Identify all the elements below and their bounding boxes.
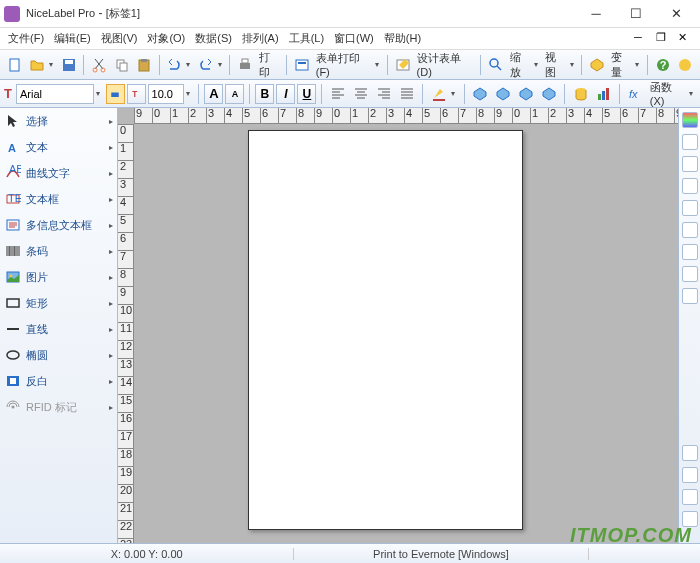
tool-ellipse[interactable]: 椭圆▸ bbox=[0, 342, 117, 368]
menu-arrange[interactable]: 排列(A) bbox=[238, 29, 283, 48]
menu-data[interactable]: 数据(S) bbox=[191, 29, 236, 48]
align-left-button[interactable] bbox=[327, 83, 348, 105]
font-name-input[interactable]: Arial bbox=[16, 84, 94, 104]
info-icon[interactable] bbox=[675, 54, 697, 76]
font-size-input[interactable]: 10.0 bbox=[148, 84, 184, 104]
redo-dropdown[interactable]: ▾ bbox=[218, 60, 226, 69]
italic-button[interactable]: I bbox=[276, 84, 295, 104]
svg-rect-8 bbox=[141, 59, 147, 62]
underline-button[interactable]: U bbox=[297, 84, 316, 104]
undo-dropdown[interactable]: ▾ bbox=[186, 60, 194, 69]
menu-help[interactable]: 帮助(H) bbox=[380, 29, 425, 48]
menu-view[interactable]: 视图(V) bbox=[97, 29, 142, 48]
layer3-tool-icon[interactable] bbox=[682, 489, 698, 505]
box2-button[interactable] bbox=[492, 83, 513, 105]
maximize-button[interactable]: ☐ bbox=[616, 2, 656, 26]
box1-button[interactable] bbox=[469, 83, 490, 105]
menu-window[interactable]: 窗口(W) bbox=[330, 29, 378, 48]
var-dropdown[interactable]: ▾ bbox=[635, 60, 643, 69]
dist2-tool-icon[interactable] bbox=[682, 288, 698, 304]
align5-tool-icon[interactable] bbox=[682, 222, 698, 238]
var-button[interactable]: 变量 bbox=[609, 50, 634, 80]
align2-tool-icon[interactable] bbox=[682, 156, 698, 172]
printer-font-button[interactable] bbox=[106, 84, 125, 104]
view-dropdown[interactable]: ▾ bbox=[570, 60, 578, 69]
print-icon[interactable] bbox=[234, 54, 256, 76]
help-icon[interactable]: ? bbox=[652, 54, 674, 76]
bold-button[interactable]: B bbox=[255, 84, 274, 104]
tool-multi[interactable]: 多信息文本框▸ bbox=[0, 212, 117, 238]
align3-tool-icon[interactable] bbox=[682, 178, 698, 194]
zoom-button[interactable]: 缩放 bbox=[508, 50, 533, 80]
menu-file[interactable]: 文件(F) bbox=[4, 29, 48, 48]
paste-button[interactable] bbox=[133, 54, 155, 76]
mdi-close-icon[interactable]: ✕ bbox=[678, 31, 694, 47]
tool-label: 条码 bbox=[26, 244, 48, 259]
text-tool-icon: T bbox=[4, 86, 12, 101]
canvas-area[interactable]: 9012345678901234567890123456789012 01234… bbox=[118, 108, 678, 543]
cut-button[interactable] bbox=[88, 54, 110, 76]
open-dropdown[interactable]: ▾ bbox=[49, 60, 57, 69]
close-button[interactable]: ✕ bbox=[656, 2, 696, 26]
layer1-tool-icon[interactable] bbox=[682, 445, 698, 461]
color-button[interactable] bbox=[428, 83, 449, 105]
svg-rect-18 bbox=[111, 92, 119, 97]
align6-tool-icon[interactable] bbox=[682, 244, 698, 260]
color-tool-icon[interactable] bbox=[682, 112, 698, 128]
tool-barcode[interactable]: 条码▸ bbox=[0, 238, 117, 264]
undo-button[interactable] bbox=[164, 54, 186, 76]
zoom-icon[interactable] bbox=[485, 54, 507, 76]
tool-curve[interactable]: ABC曲线文字▸ bbox=[0, 160, 117, 186]
tool-image[interactable]: 图片▸ bbox=[0, 264, 117, 290]
func-button[interactable]: 函数(X) bbox=[648, 80, 687, 107]
tool-cursor[interactable]: 选择▸ bbox=[0, 108, 117, 134]
label-page[interactable] bbox=[248, 130, 523, 530]
formprint-dropdown[interactable]: ▾ bbox=[375, 60, 383, 69]
tool-textbox[interactable]: TEXT文本框▸ bbox=[0, 186, 117, 212]
tool-line[interactable]: 直线▸ bbox=[0, 316, 117, 342]
var-icon[interactable] bbox=[586, 54, 608, 76]
box4-button[interactable] bbox=[538, 83, 559, 105]
tool-A[interactable]: A文本▸ bbox=[0, 134, 117, 160]
minimize-button[interactable]: ─ bbox=[576, 2, 616, 26]
save-button[interactable] bbox=[58, 54, 80, 76]
svg-point-17 bbox=[679, 59, 691, 71]
menu-edit[interactable]: 编辑(E) bbox=[50, 29, 95, 48]
designform-icon[interactable] bbox=[392, 54, 414, 76]
copy-button[interactable] bbox=[111, 54, 133, 76]
formprint-icon[interactable] bbox=[291, 54, 313, 76]
svg-rect-24 bbox=[606, 88, 609, 100]
align-justify-button[interactable] bbox=[396, 83, 417, 105]
mdi-min-icon[interactable]: ─ bbox=[634, 31, 650, 47]
redo-button[interactable] bbox=[195, 54, 217, 76]
db-button[interactable] bbox=[570, 83, 591, 105]
func-icon[interactable]: fx bbox=[625, 83, 646, 105]
align-tool-icon[interactable] bbox=[682, 134, 698, 150]
box3-button[interactable] bbox=[515, 83, 536, 105]
view-button[interactable]: 视图 bbox=[543, 50, 568, 80]
tool-inverse[interactable]: 反白▸ bbox=[0, 368, 117, 394]
layer4-tool-icon[interactable] bbox=[682, 511, 698, 527]
font-grow-button[interactable]: A bbox=[204, 84, 223, 104]
mdi-restore-icon[interactable]: ❐ bbox=[656, 31, 672, 47]
align-center-button[interactable] bbox=[350, 83, 371, 105]
align4-tool-icon[interactable] bbox=[682, 200, 698, 216]
open-button[interactable] bbox=[27, 54, 49, 76]
designform-button[interactable]: 设计表单(D) bbox=[415, 51, 477, 78]
svg-rect-10 bbox=[242, 59, 248, 63]
formprint-button[interactable]: 表单打印(F) bbox=[314, 51, 375, 78]
chart-button[interactable] bbox=[593, 83, 614, 105]
print-button[interactable]: 打印 bbox=[257, 50, 282, 80]
tool-rect[interactable]: 矩形▸ bbox=[0, 290, 117, 316]
align-right-button[interactable] bbox=[373, 83, 394, 105]
new-button[interactable] bbox=[4, 54, 26, 76]
svg-rect-0 bbox=[10, 59, 19, 71]
menu-tool[interactable]: 工具(L) bbox=[285, 29, 328, 48]
zoom-dropdown[interactable]: ▾ bbox=[534, 60, 542, 69]
tool-rfid[interactable]: RFID 标记▸ bbox=[0, 394, 117, 420]
truetype-font-button[interactable]: T bbox=[127, 84, 146, 104]
dist1-tool-icon[interactable] bbox=[682, 266, 698, 282]
font-shrink-button[interactable]: A bbox=[225, 84, 244, 104]
menu-object[interactable]: 对象(O) bbox=[143, 29, 189, 48]
layer2-tool-icon[interactable] bbox=[682, 467, 698, 483]
